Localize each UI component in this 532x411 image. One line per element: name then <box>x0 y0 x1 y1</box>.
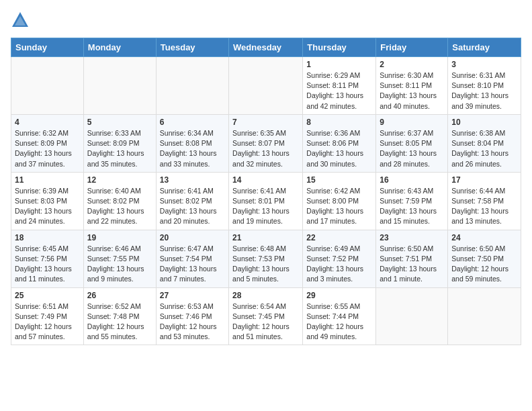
cell-content: Sunrise: 6:30 AMSunset: 8:11 PMDaylight:… <box>380 71 444 111</box>
day-number: 17 <box>451 175 517 185</box>
cell-content: Sunrise: 6:43 AMSunset: 7:59 PMDaylight:… <box>380 186 444 227</box>
calendar-cell <box>11 57 84 115</box>
day-number: 25 <box>15 291 80 300</box>
day-number: 20 <box>160 233 225 242</box>
calendar-table: SundayMondayTuesdayWednesdayThursdayFrid… <box>11 38 521 345</box>
cell-content: Sunrise: 6:40 AMSunset: 8:02 PMDaylight:… <box>87 186 152 227</box>
calendar-header-friday: Friday <box>376 38 448 57</box>
calendar-cell: 3Sunrise: 6:31 AMSunset: 8:10 PMDaylight… <box>448 57 521 115</box>
calendar-cell: 28Sunrise: 6:54 AMSunset: 7:45 PMDayligh… <box>229 287 303 345</box>
calendar-header-tuesday: Tuesday <box>156 38 228 57</box>
cell-content: Sunrise: 6:46 AMSunset: 7:55 PMDaylight:… <box>87 244 152 285</box>
calendar-cell: 15Sunrise: 6:42 AMSunset: 8:00 PMDayligh… <box>303 172 376 230</box>
calendar-cell: 4Sunrise: 6:32 AMSunset: 8:09 PMDaylight… <box>11 114 84 172</box>
calendar-cell: 18Sunrise: 6:45 AMSunset: 7:56 PMDayligh… <box>11 230 84 287</box>
calendar-week-row: 4Sunrise: 6:32 AMSunset: 8:09 PMDaylight… <box>11 114 521 172</box>
cell-content: Sunrise: 6:33 AMSunset: 8:09 PMDaylight:… <box>87 128 152 169</box>
calendar-cell: 2Sunrise: 6:30 AMSunset: 8:11 PMDaylight… <box>376 57 448 115</box>
calendar-cell: 12Sunrise: 6:40 AMSunset: 8:02 PMDayligh… <box>83 172 156 230</box>
cell-content: Sunrise: 6:54 AMSunset: 7:45 PMDaylight:… <box>232 302 299 342</box>
cell-content: Sunrise: 6:36 AMSunset: 8:06 PMDaylight:… <box>306 128 372 169</box>
day-number: 11 <box>15 175 80 185</box>
day-number: 21 <box>232 233 299 242</box>
cell-content: Sunrise: 6:41 AMSunset: 8:02 PMDaylight:… <box>160 186 225 227</box>
cell-content: Sunrise: 6:49 AMSunset: 7:52 PMDaylight:… <box>306 244 372 285</box>
day-number: 1 <box>306 60 372 69</box>
calendar-cell <box>156 57 228 115</box>
calendar-header-saturday: Saturday <box>448 38 521 57</box>
calendar-cell: 19Sunrise: 6:46 AMSunset: 7:55 PMDayligh… <box>83 230 156 287</box>
cell-content: Sunrise: 6:37 AMSunset: 8:05 PMDaylight:… <box>380 128 444 169</box>
cell-content: Sunrise: 6:50 AMSunset: 7:50 PMDaylight:… <box>451 244 517 285</box>
cell-content: Sunrise: 6:32 AMSunset: 8:09 PMDaylight:… <box>15 128 80 169</box>
calendar-week-row: 11Sunrise: 6:39 AMSunset: 8:03 PMDayligh… <box>11 172 521 230</box>
cell-content: Sunrise: 6:34 AMSunset: 8:08 PMDaylight:… <box>160 128 225 169</box>
calendar-header-sunday: Sunday <box>11 38 84 57</box>
cell-content: Sunrise: 6:31 AMSunset: 8:10 PMDaylight:… <box>451 71 517 111</box>
day-number: 2 <box>380 60 444 69</box>
cell-content: Sunrise: 6:39 AMSunset: 8:03 PMDaylight:… <box>15 186 80 227</box>
cell-content: Sunrise: 6:52 AMSunset: 7:48 PMDaylight:… <box>87 302 152 342</box>
day-number: 26 <box>87 291 152 300</box>
day-number: 18 <box>15 233 80 242</box>
day-number: 10 <box>451 118 517 127</box>
cell-content: Sunrise: 6:51 AMSunset: 7:49 PMDaylight:… <box>15 302 80 342</box>
day-number: 23 <box>380 233 444 242</box>
day-number: 9 <box>380 118 444 127</box>
calendar-header-row: SundayMondayTuesdayWednesdayThursdayFrid… <box>11 38 521 57</box>
cell-content: Sunrise: 6:53 AMSunset: 7:46 PMDaylight:… <box>160 302 225 342</box>
day-number: 16 <box>380 175 444 185</box>
calendar-week-row: 18Sunrise: 6:45 AMSunset: 7:56 PMDayligh… <box>11 230 521 287</box>
calendar-cell: 27Sunrise: 6:53 AMSunset: 7:46 PMDayligh… <box>156 287 228 345</box>
day-number: 22 <box>306 233 372 242</box>
page-header <box>11 11 521 30</box>
day-number: 15 <box>306 175 372 185</box>
calendar-cell: 10Sunrise: 6:38 AMSunset: 8:04 PMDayligh… <box>448 114 521 172</box>
calendar-cell: 29Sunrise: 6:55 AMSunset: 7:44 PMDayligh… <box>303 287 376 345</box>
calendar-cell: 22Sunrise: 6:49 AMSunset: 7:52 PMDayligh… <box>303 230 376 287</box>
day-number: 13 <box>160 175 225 185</box>
day-number: 8 <box>306 118 372 127</box>
day-number: 7 <box>232 118 299 127</box>
day-number: 12 <box>87 175 152 185</box>
calendar-cell: 11Sunrise: 6:39 AMSunset: 8:03 PMDayligh… <box>11 172 84 230</box>
day-number: 5 <box>87 118 152 127</box>
calendar-cell: 25Sunrise: 6:51 AMSunset: 7:49 PMDayligh… <box>11 287 84 345</box>
day-number: 19 <box>87 233 152 242</box>
calendar-cell: 24Sunrise: 6:50 AMSunset: 7:50 PMDayligh… <box>448 230 521 287</box>
calendar-header-wednesday: Wednesday <box>229 38 303 57</box>
cell-content: Sunrise: 6:45 AMSunset: 7:56 PMDaylight:… <box>15 244 80 285</box>
calendar-header-monday: Monday <box>83 38 156 57</box>
calendar-cell: 20Sunrise: 6:47 AMSunset: 7:54 PMDayligh… <box>156 230 228 287</box>
calendar-cell <box>376 287 448 345</box>
logo <box>11 11 32 30</box>
cell-content: Sunrise: 6:55 AMSunset: 7:44 PMDaylight:… <box>306 302 372 342</box>
cell-content: Sunrise: 6:38 AMSunset: 8:04 PMDaylight:… <box>451 128 517 169</box>
calendar-header-thursday: Thursday <box>303 38 376 57</box>
day-number: 28 <box>232 291 299 300</box>
calendar-cell <box>448 287 521 345</box>
calendar-cell: 14Sunrise: 6:41 AMSunset: 8:01 PMDayligh… <box>229 172 303 230</box>
cell-content: Sunrise: 6:50 AMSunset: 7:51 PMDaylight:… <box>380 244 444 285</box>
cell-content: Sunrise: 6:42 AMSunset: 8:00 PMDaylight:… <box>306 186 372 227</box>
calendar-cell: 23Sunrise: 6:50 AMSunset: 7:51 PMDayligh… <box>376 230 448 287</box>
cell-content: Sunrise: 6:47 AMSunset: 7:54 PMDaylight:… <box>160 244 225 285</box>
day-number: 6 <box>160 118 225 127</box>
day-number: 4 <box>15 118 80 127</box>
calendar-cell <box>229 57 303 115</box>
cell-content: Sunrise: 6:29 AMSunset: 8:11 PMDaylight:… <box>306 71 372 111</box>
logo-icon <box>11 11 30 30</box>
cell-content: Sunrise: 6:48 AMSunset: 7:53 PMDaylight:… <box>232 244 299 285</box>
day-number: 24 <box>451 233 517 242</box>
calendar-cell <box>83 57 156 115</box>
cell-content: Sunrise: 6:44 AMSunset: 7:58 PMDaylight:… <box>451 186 517 227</box>
calendar-cell: 9Sunrise: 6:37 AMSunset: 8:05 PMDaylight… <box>376 114 448 172</box>
calendar-week-row: 25Sunrise: 6:51 AMSunset: 7:49 PMDayligh… <box>11 287 521 345</box>
calendar-week-row: 1Sunrise: 6:29 AMSunset: 8:11 PMDaylight… <box>11 57 521 115</box>
day-number: 29 <box>306 291 372 300</box>
day-number: 3 <box>451 60 517 69</box>
calendar-cell: 7Sunrise: 6:35 AMSunset: 8:07 PMDaylight… <box>229 114 303 172</box>
calendar-cell: 21Sunrise: 6:48 AMSunset: 7:53 PMDayligh… <box>229 230 303 287</box>
calendar-cell: 6Sunrise: 6:34 AMSunset: 8:08 PMDaylight… <box>156 114 228 172</box>
calendar-cell: 26Sunrise: 6:52 AMSunset: 7:48 PMDayligh… <box>83 287 156 345</box>
